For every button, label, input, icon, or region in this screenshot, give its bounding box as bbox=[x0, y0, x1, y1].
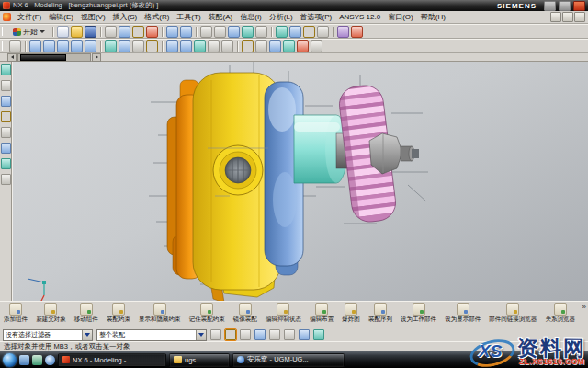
face-analysis-icon[interactable] bbox=[166, 40, 178, 52]
scroll-thumb[interactable] bbox=[20, 54, 66, 61]
snapshot-icon[interactable] bbox=[194, 40, 206, 52]
scroll-left-arrow[interactable] bbox=[7, 53, 17, 62]
window-tile-icon[interactable] bbox=[228, 26, 240, 38]
pan-view-icon[interactable] bbox=[57, 40, 69, 52]
render-style-icon[interactable] bbox=[337, 26, 349, 38]
copy-icon[interactable] bbox=[119, 26, 130, 38]
doc-restore-button[interactable] bbox=[562, 12, 573, 22]
zoom-in-out-icon[interactable] bbox=[43, 40, 55, 52]
rotate-icon[interactable] bbox=[289, 26, 301, 38]
deselect-icon[interactable] bbox=[254, 329, 266, 340]
fit-view-icon[interactable] bbox=[242, 26, 254, 38]
toolbar-overflow-chevron[interactable]: » bbox=[582, 303, 586, 311]
rectangle-select-icon[interactable] bbox=[299, 329, 310, 340]
taskbar-button-forum[interactable]: 安乐窝 - UGM-UG... bbox=[232, 353, 345, 367]
snap-icon[interactable] bbox=[317, 26, 329, 38]
doc-minimize-button[interactable] bbox=[550, 12, 561, 22]
move-component-button[interactable]: 移动组件 bbox=[74, 303, 98, 323]
layer-settings-icon[interactable] bbox=[208, 40, 220, 52]
menu-assemblies[interactable]: 装配(A) bbox=[205, 12, 237, 22]
close-button[interactable] bbox=[573, 1, 585, 11]
orient-icon[interactable] bbox=[303, 26, 315, 38]
locknut-part[interactable] bbox=[369, 133, 419, 174]
menu-preferences[interactable]: 首选项(P) bbox=[297, 12, 336, 22]
relations-browser-button[interactable]: 关系浏览器 bbox=[545, 303, 575, 323]
selection-filter-dropdown[interactable]: 没有选择过滤器 bbox=[3, 329, 93, 341]
menu-file[interactable]: 文件(F) bbox=[14, 12, 45, 22]
quick-launch-desktop-icon[interactable] bbox=[19, 355, 29, 365]
wcs-display-icon[interactable] bbox=[221, 40, 233, 52]
sketch-icon[interactable] bbox=[255, 40, 267, 52]
shaded-icon[interactable] bbox=[119, 40, 130, 52]
new-icon[interactable] bbox=[57, 26, 69, 38]
extrude-icon[interactable] bbox=[269, 40, 281, 52]
refresh-icon[interactable] bbox=[9, 40, 21, 52]
maximize-button[interactable] bbox=[559, 1, 571, 11]
quick-launch-switcher-icon[interactable] bbox=[32, 355, 42, 365]
fit-icon[interactable] bbox=[29, 40, 41, 52]
menu-information[interactable]: 信息(I) bbox=[236, 12, 266, 22]
assembly-constraints-button[interactable]: 装配约束 bbox=[107, 303, 130, 323]
perspective-icon[interactable] bbox=[85, 40, 96, 52]
measure-distance-icon[interactable] bbox=[297, 40, 309, 52]
shaded-with-edges-icon[interactable] bbox=[105, 40, 117, 52]
window-cascade-icon[interactable] bbox=[214, 26, 226, 38]
constraint-navigator-icon[interactable] bbox=[1, 80, 11, 91]
menu-view[interactable]: 视图(V) bbox=[77, 12, 109, 22]
assembly-navigator-icon[interactable] bbox=[1, 64, 11, 75]
paste-icon[interactable] bbox=[132, 26, 144, 38]
orient-view-icon[interactable] bbox=[180, 40, 192, 52]
wireframe-icon[interactable] bbox=[132, 40, 144, 52]
show-hide-constraints-button[interactable]: 显示和隐藏约束 bbox=[139, 303, 181, 323]
cut-icon[interactable] bbox=[105, 26, 117, 38]
datum-plane-icon[interactable] bbox=[242, 40, 254, 52]
save-icon[interactable] bbox=[85, 26, 96, 38]
rotate-view-icon[interactable] bbox=[71, 40, 83, 52]
preview-toggle-icon[interactable] bbox=[240, 329, 251, 340]
add-component-button[interactable]: 添加组件 bbox=[4, 303, 28, 323]
select-face-rule-icon[interactable] bbox=[284, 329, 295, 340]
remember-constraints-button[interactable]: 记住装配约束 bbox=[189, 303, 225, 323]
make-work-part-button[interactable]: 设为工作部件 bbox=[401, 303, 436, 323]
assembly-sequences-button[interactable]: 装配序列 bbox=[368, 303, 392, 323]
undo-icon[interactable] bbox=[166, 26, 178, 38]
edit-suppression-state-button[interactable]: 编辑抑制状态 bbox=[266, 303, 301, 323]
mirror-assembly-button[interactable]: 镜像装配 bbox=[233, 303, 257, 323]
part-navigator-icon[interactable] bbox=[1, 96, 11, 107]
menu-format[interactable]: 格式(R) bbox=[141, 12, 173, 22]
start-orb-button[interactable] bbox=[3, 353, 17, 367]
scroll-track[interactable] bbox=[17, 53, 91, 62]
hole-icon[interactable] bbox=[283, 40, 295, 52]
chevron-down-icon[interactable] bbox=[82, 330, 92, 340]
help-icon[interactable] bbox=[351, 26, 363, 38]
internet-explorer-icon[interactable] bbox=[1, 143, 11, 154]
menu-help[interactable]: 帮助(H) bbox=[417, 12, 449, 22]
select-highlight-icon[interactable] bbox=[225, 329, 236, 340]
menu-insert[interactable]: 插入(S) bbox=[109, 12, 141, 22]
history-icon[interactable] bbox=[1, 158, 11, 169]
menu-analysis[interactable]: 分析(L) bbox=[266, 12, 297, 22]
toolbar-grip[interactable] bbox=[2, 41, 6, 51]
redo-icon[interactable] bbox=[180, 26, 192, 38]
interpart-link-browser-button[interactable]: 部件间链接浏览器 bbox=[489, 303, 537, 323]
delete-icon[interactable] bbox=[146, 26, 158, 38]
scroll-right-arrow[interactable] bbox=[92, 53, 101, 62]
print-icon[interactable] bbox=[200, 26, 212, 38]
menu-ansys[interactable]: ANSYS 12.0 bbox=[335, 13, 384, 21]
open-icon[interactable] bbox=[71, 26, 83, 38]
make-displayed-part-button[interactable]: 设为显示部件 bbox=[445, 303, 481, 323]
taskbar-button-nx[interactable]: NX 6 - Modeling -... bbox=[58, 353, 166, 367]
system-materials-icon[interactable] bbox=[1, 174, 11, 185]
edit-arrangement-button[interactable]: 编辑布置 bbox=[310, 303, 334, 323]
new-parent-button[interactable]: 新建父对象 bbox=[36, 303, 66, 323]
minimize-button[interactable] bbox=[544, 1, 556, 11]
shaded-select-icon[interactable] bbox=[313, 329, 324, 340]
doc-close-button[interactable] bbox=[574, 12, 585, 22]
toolbar-grip[interactable] bbox=[2, 27, 6, 36]
studio-render-icon[interactable] bbox=[146, 40, 158, 52]
selection-scope-dropdown[interactable]: 整个装配 bbox=[96, 329, 207, 341]
quick-launch-browser-icon[interactable] bbox=[45, 355, 55, 365]
chevron-down-icon[interactable] bbox=[196, 330, 206, 340]
zoom-icon[interactable] bbox=[255, 26, 267, 38]
find-component-icon[interactable] bbox=[269, 329, 280, 340]
